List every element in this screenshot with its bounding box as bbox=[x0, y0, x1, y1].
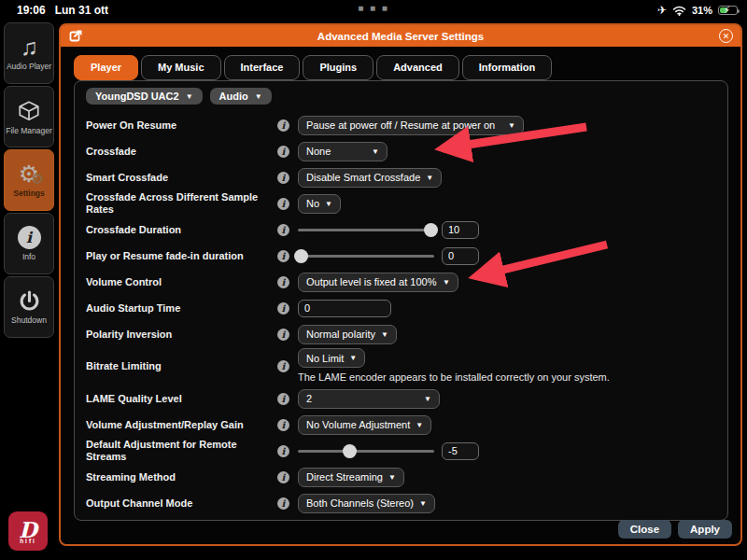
info-icon[interactable]: i bbox=[277, 360, 289, 372]
chevron-down-icon: ▼ bbox=[381, 330, 388, 339]
device-select-value: YoungDSD UAC2 bbox=[95, 91, 179, 102]
field-label: Crossfade bbox=[86, 146, 277, 158]
power-icon bbox=[18, 289, 41, 313]
chevron-down-icon: ▼ bbox=[325, 200, 332, 208]
play-or-resume-fade-in-duration-slider[interactable] bbox=[298, 248, 434, 263]
volume-control-select[interactable]: Output level is fixed at 100%▼ bbox=[298, 273, 458, 292]
battery-percent: 31% bbox=[692, 5, 712, 16]
info-icon[interactable]: i bbox=[277, 224, 289, 236]
smart-crossfade-select[interactable]: Disable Smart Crossfade▼ bbox=[298, 168, 442, 188]
music-note-icon: ♫ bbox=[21, 35, 38, 59]
sidebar-item-label: File Manager bbox=[6, 126, 52, 135]
form-row-crossfade: CrossfadeiNone▼ bbox=[86, 139, 716, 163]
info-icon[interactable]: i bbox=[277, 497, 289, 510]
polarity-inversion-select[interactable]: Normal polarity▼ bbox=[298, 325, 397, 344]
info-icon[interactable]: i bbox=[277, 445, 289, 457]
form-row-play-or-resume-fade-in-duration: Play or Resume fade-in durationi bbox=[86, 244, 716, 268]
export-icon[interactable] bbox=[69, 29, 83, 46]
form-row-crossfade-across-different-sample-rates: Crossfade Across Different Sample Ratesi… bbox=[86, 191, 716, 216]
output-channel-mode-select[interactable]: Both Channels (Stereo)▼ bbox=[298, 494, 435, 513]
info-icon[interactable]: i bbox=[277, 393, 289, 405]
info-icon[interactable]: i bbox=[277, 276, 289, 288]
tab-information[interactable]: Information bbox=[462, 55, 553, 80]
streaming-method-select[interactable]: Direct Streaming▼ bbox=[298, 468, 404, 487]
lame-quality-level-select[interactable]: 2▼ bbox=[298, 389, 440, 409]
output-select[interactable]: Audio ▼ bbox=[210, 88, 272, 105]
crossfade-duration-value-input[interactable] bbox=[442, 221, 479, 239]
settings-dialog: Advanced Media Server Settings ✕ PlayerM… bbox=[59, 23, 742, 546]
crossfade-across-different-sample-rates-select[interactable]: No▼ bbox=[298, 194, 341, 214]
form-row-crossfade-duration: Crossfade Durationi bbox=[86, 217, 716, 242]
form-row-default-adjustment-for-remote-streams: Default Adjustment for Remote Streamsi bbox=[86, 439, 716, 463]
info-icon[interactable]: i bbox=[277, 471, 289, 483]
tab-advanced[interactable]: Advanced bbox=[376, 55, 459, 80]
chevron-down-icon: ▼ bbox=[186, 92, 193, 101]
sidebar-item-label: Info bbox=[22, 252, 35, 261]
select-value: Both Channels (Stereo) bbox=[306, 497, 414, 509]
tab-interface[interactable]: Interface bbox=[224, 55, 301, 80]
daphile-logo: D hifi bbox=[8, 511, 48, 551]
close-icon[interactable]: ✕ bbox=[719, 29, 733, 43]
audio-startup-time-input[interactable] bbox=[298, 300, 391, 317]
info-icon[interactable]: i bbox=[277, 146, 289, 158]
info-icon[interactable]: i bbox=[277, 119, 289, 132]
default-adjustment-for-remote-streams-value-input[interactable] bbox=[442, 442, 479, 460]
sidebar-item-settings[interactable]: ⚙⚙Settings bbox=[4, 149, 54, 211]
sidebar-item-label: Settings bbox=[13, 189, 45, 198]
tab-player[interactable]: Player bbox=[74, 55, 138, 80]
form-row-output-channel-mode: Output Channel ModeiBoth Channels (Stere… bbox=[86, 491, 716, 515]
sidebar-item-shutdown[interactable]: Shutdown bbox=[4, 276, 54, 338]
slider-thumb[interactable] bbox=[343, 444, 357, 458]
close-button[interactable]: Close bbox=[618, 520, 671, 539]
info-icon[interactable]: i bbox=[277, 172, 289, 184]
info-icon[interactable]: i bbox=[277, 198, 289, 210]
slider-track bbox=[298, 255, 434, 258]
select-value: Output level is fixed at 100% bbox=[306, 276, 436, 287]
sidebar-item-info[interactable]: iInfo bbox=[4, 213, 54, 274]
tab-my-music[interactable]: My Music bbox=[141, 55, 221, 80]
info-icon[interactable]: i bbox=[277, 329, 289, 341]
default-adjustment-for-remote-streams-slider[interactable] bbox=[298, 443, 434, 458]
field-label: Smart Crossfade bbox=[86, 172, 277, 184]
select-value: Pause at power off / Resume at power on bbox=[306, 119, 495, 131]
crossfade-duration-slider[interactable] bbox=[298, 222, 434, 237]
select-value: None bbox=[306, 146, 331, 157]
sidebar-item-file-manager[interactable]: File Manager bbox=[4, 86, 54, 147]
sidebar-item-label: Audio Player bbox=[7, 62, 51, 71]
device-select[interactable]: YoungDSD UAC2 ▼ bbox=[86, 88, 203, 105]
play-or-resume-fade-in-duration-value-input[interactable] bbox=[442, 247, 479, 265]
field-label: Default Adjustment for Remote Streams bbox=[86, 439, 277, 463]
info-icon[interactable]: i bbox=[277, 419, 289, 431]
settings-panel: YoungDSD UAC2 ▼ Audio ▼ Power On Resumei… bbox=[74, 80, 728, 521]
field-label: Polarity Inversion bbox=[86, 329, 277, 341]
charging-bolt-icon: ⚡ bbox=[724, 5, 730, 15]
device-row: YoungDSD UAC2 ▼ Audio ▼ bbox=[86, 88, 716, 105]
crossfade-select[interactable]: None▼ bbox=[298, 142, 388, 161]
dialog-footer: Close Apply bbox=[618, 520, 732, 539]
dialog-header: Advanced Media Server Settings ✕ bbox=[61, 25, 740, 47]
power-on-resume-select[interactable]: Pause at power off / Resume at power on▼ bbox=[298, 116, 524, 135]
sidebar-item-audio-player[interactable]: ♫Audio Player bbox=[4, 22, 54, 84]
bitrate-limiting-select[interactable]: No Limit▼ bbox=[298, 348, 365, 368]
slider-thumb[interactable] bbox=[294, 249, 308, 263]
form-row-volume-control: Volume ControliOutput level is fixed at … bbox=[86, 270, 716, 294]
slider-track bbox=[298, 450, 434, 453]
form-row-lame-quality-level: LAME Quality Leveli2▼ bbox=[86, 386, 716, 411]
field-label: Volume Adjustment/Replay Gain bbox=[86, 419, 277, 431]
chevron-down-icon: ▼ bbox=[508, 121, 515, 130]
chevron-down-icon: ▼ bbox=[349, 354, 357, 362]
slider-thumb[interactable] bbox=[424, 223, 438, 237]
form-row-smart-crossfade: Smart CrossfadeiDisable Smart Crossfade▼ bbox=[86, 165, 716, 189]
airplane-mode-icon: ✈ bbox=[657, 4, 667, 17]
logo-text: hifi bbox=[20, 538, 36, 544]
info-icon[interactable]: i bbox=[277, 302, 289, 315]
volume-adjustment-replay-gain-select[interactable]: No Volume Adjustment▼ bbox=[298, 415, 431, 435]
chevron-down-icon: ▼ bbox=[426, 174, 433, 182]
select-value: Disable Smart Crossfade bbox=[306, 172, 420, 183]
apply-button[interactable]: Apply bbox=[678, 520, 732, 539]
battery-icon: ⚡ bbox=[718, 6, 738, 15]
form-row-bitrate-limiting: Bitrate LimitingiNo Limit▼The LAME encod… bbox=[86, 348, 716, 385]
gears-icon: ⚙⚙ bbox=[19, 162, 39, 186]
tab-plugins[interactable]: Plugins bbox=[303, 55, 374, 80]
info-icon[interactable]: i bbox=[277, 250, 289, 262]
